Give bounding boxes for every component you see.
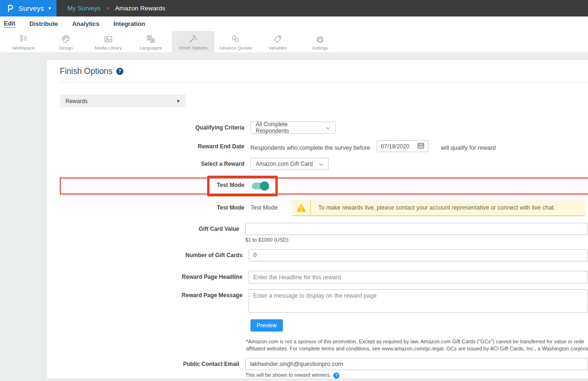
reward-page-message-row: Reward Page Message [60, 289, 588, 313]
test-mode-status-label: Test Mode [60, 200, 250, 211]
test-mode-status-row: Test Mode Test Mode To make rewards live… [60, 200, 588, 216]
product-name: Surveys [18, 5, 44, 12]
toolbar-item-media-library[interactable]: Media Library [87, 31, 129, 52]
page-title: Finish Options [60, 66, 113, 76]
tab-integration[interactable]: Integration [113, 20, 145, 27]
public-contact-email-label: Public Contact Email [60, 358, 245, 367]
tag-icon [273, 33, 283, 44]
edit-toolbar: Workspace Design Media Library Languages… [0, 31, 588, 52]
gear-icon: ⚙ [316, 33, 324, 44]
warning-triangle-icon [292, 200, 311, 215]
palette-icon [61, 33, 71, 44]
questionpro-logo [6, 3, 15, 14]
finish-options-panel: Finish Options ? Rewards ▼ Qualifying Cr… [47, 60, 588, 378]
qualifying-criteria-select[interactable]: All Complete Respondents [250, 122, 336, 134]
chevron-down-icon: ▼ [48, 6, 52, 11]
toolbar-item-finish-options[interactable]: Finish Options [172, 31, 214, 52]
reward-page-headline-label: Reward Page Headline [60, 271, 249, 280]
gift-card-value-label: Gift Card Value [60, 223, 245, 232]
breadcrumb-separator: > [106, 5, 110, 12]
surveys-menu[interactable]: Surveys ▼ [0, 0, 56, 16]
test-mode-status-value: Test Mode [250, 200, 292, 211]
gift-card-value-input[interactable] [245, 223, 588, 235]
app-window: Surveys ▼ My Surveys > Amazon Rewards Ed… [0, 0, 588, 381]
toggle-knob [260, 181, 269, 191]
number-of-gift-cards-label: Number of Gift Cards [60, 249, 249, 259]
tab-distribute[interactable]: Distribute [30, 20, 58, 27]
reward-end-date-row: Reward End Date Respondents who complete… [60, 140, 588, 152]
rewards-section-select[interactable]: Rewards ▼ [60, 95, 186, 107]
rewards-form: Qualifying Criteria All Complete Respond… [60, 122, 588, 381]
qualifying-criteria-row: Qualifying Criteria All Complete Respond… [60, 122, 588, 134]
public-contact-email-row: Public Contact Email This will be shown … [60, 358, 588, 379]
number-of-gift-cards-input[interactable] [249, 249, 588, 261]
warning-banner: To make rewards live, please contact you… [292, 200, 585, 216]
test-mode-toggle-row: Test Mode [60, 176, 588, 196]
reward-page-message-textarea[interactable] [249, 289, 588, 313]
chain-link-icon [230, 33, 241, 44]
toolbar-item-settings[interactable]: ⚙ Settings [299, 31, 341, 52]
public-contact-email-hint: This will be shown to reward winners.? [245, 372, 588, 379]
select-reward-select[interactable]: Amazon.com Gift Card [250, 158, 329, 170]
select-reward-row: Select a Reward Amazon.com Gift Card [60, 158, 588, 170]
preview-row: Preview [60, 319, 588, 332]
test-mode-toggle[interactable] [252, 183, 268, 189]
page-background: Finish Options ? Rewards ▼ Qualifying Cr… [0, 52, 588, 381]
divider [60, 82, 588, 82]
toolbar-item-variables[interactable]: Variables [257, 31, 299, 52]
calendar-icon[interactable] [418, 142, 424, 151]
public-contact-email-input[interactable] [245, 358, 588, 370]
toolbar-item-languages[interactable]: Languages [129, 31, 172, 52]
preview-button[interactable]: Preview [250, 319, 283, 332]
toolbar-item-workspace[interactable]: Workspace [2, 31, 45, 52]
gift-card-value-hint: $1 to $1000 (USD) [245, 237, 588, 243]
breadcrumb-my-surveys[interactable]: My Surveys [67, 5, 101, 12]
workspace-icon [18, 33, 29, 44]
tab-edit[interactable]: Edit [4, 20, 16, 28]
gift-card-value-row: Gift Card Value $1 to $1000 (USD) [60, 223, 588, 243]
help-icon[interactable]: ? [116, 68, 123, 75]
select-reward-label: Select a Reward [60, 158, 250, 167]
toolbar-item-design[interactable]: Design [45, 31, 87, 52]
reward-page-message-label: Reward Page Message [60, 289, 249, 299]
translate-icon [145, 33, 156, 44]
amazon-disclaimer: *Amazon.com is not a sponsor of this pro… [246, 338, 588, 352]
image-icon [103, 33, 113, 44]
toolbar-item-advance-quotas[interactable]: Advance Quotas [214, 31, 257, 52]
reward-end-date-suffix: will qualify for reward [441, 142, 496, 151]
main-nav: Edit Distribute Analytics Integration [0, 16, 588, 31]
reward-page-headline-row: Reward Page Headline [60, 271, 588, 284]
help-icon[interactable]: ? [333, 373, 339, 379]
chevron-down-icon [326, 123, 330, 132]
reward-end-date-prefix: Respondents who complete the survey befo… [250, 142, 370, 151]
tab-analytics[interactable]: Analytics [72, 20, 99, 27]
chevron-down-icon [319, 160, 323, 168]
qualifying-criteria-label: Qualifying Criteria [60, 122, 250, 131]
warning-text: To make rewards live, please contact you… [311, 200, 585, 215]
test-mode-toggle-label: Test Mode [60, 176, 250, 188]
top-bar: Surveys ▼ My Surveys > Amazon Rewards [0, 0, 588, 16]
disclaimer-row: *Amazon.com is not a sponsor of this pro… [60, 332, 588, 352]
reward-end-date-input[interactable] [381, 143, 415, 150]
breadcrumb-current-survey: Amazon Rewards [115, 5, 166, 12]
magic-wand-icon [188, 33, 198, 44]
caret-down-icon: ▼ [176, 99, 180, 104]
number-of-gift-cards-row: Number of Gift Cards [60, 249, 588, 261]
breadcrumb: My Surveys > Amazon Rewards [56, 0, 588, 16]
reward-end-date-input-wrap [377, 140, 428, 152]
reward-end-date-label: Reward End Date [60, 140, 250, 150]
reward-page-headline-input[interactable] [249, 271, 588, 284]
